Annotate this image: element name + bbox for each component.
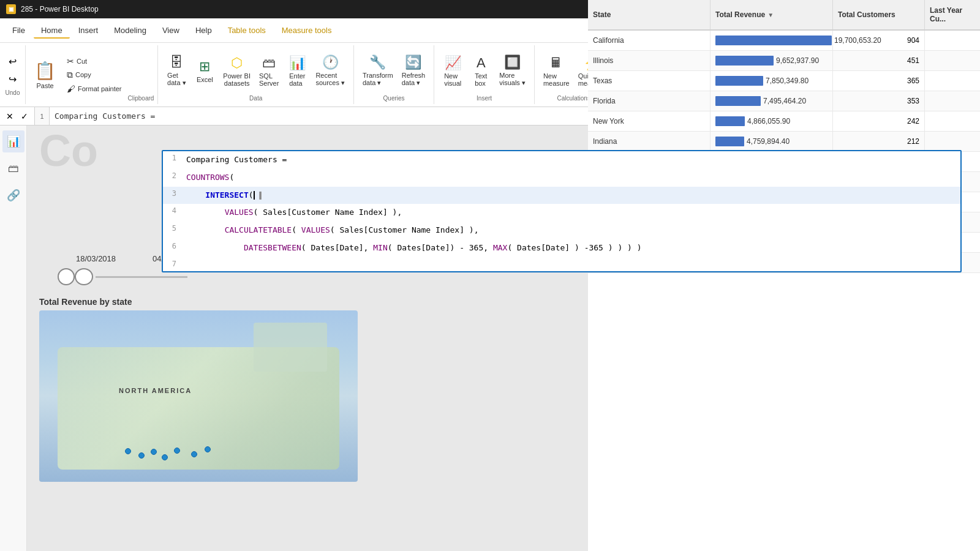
content-area: Co 1 Comparing Customers = 2 COUNTROWS( … [27, 126, 980, 551]
formula-controls: ✕ ✓ [0, 107, 35, 125]
new-visual-button[interactable]: 📈 Newvisual [439, 53, 466, 89]
app-icon: ▣ [6, 4, 16, 14]
line-num-3: 3 [163, 188, 181, 200]
td-state: Indiana [588, 132, 710, 151]
revenue-bar [715, 137, 744, 146]
excel-label: Excel [197, 76, 213, 83]
recent-sources-button[interactable]: 🕐 Recentsources ▾ [312, 52, 349, 89]
line-num-4: 4 [163, 205, 181, 217]
data-group-content: 🗄 Getdata ▾ ⊞ Excel ⬡ Power BIdatasets 🗃… [163, 48, 349, 94]
sidebar-report-icon[interactable]: 📊 [2, 130, 24, 152]
map-container[interactable]: NORTH AMERICA [39, 310, 358, 482]
sql-server-icon: 🗃 [262, 55, 276, 71]
copy-icon: ⧉ [67, 70, 73, 80]
code-content-5: CALCULATETABLE( VALUES( Sales[Customer N… [181, 223, 960, 238]
enter-data-icon: 📊 [289, 55, 306, 71]
text-box-button[interactable]: A Textbox [467, 53, 494, 89]
menu-home[interactable]: Home [34, 22, 70, 39]
cut-button[interactable]: ✂ Cut [63, 55, 126, 67]
menu-view[interactable]: View [155, 22, 187, 39]
data-group: 🗄 Getdata ▾ ⊞ Excel ⬡ Power BIdatasets 🗃… [158, 45, 354, 104]
calculations-group-label: Calculations [557, 95, 590, 102]
code-line-5: 5 CALCULATETABLE( VALUES( Sales[Customer… [163, 222, 960, 239]
insert-group-label: Insert [477, 95, 492, 102]
map-dot-1 [125, 448, 131, 454]
more-visuals-icon: 🔲 [504, 54, 521, 70]
map-dot-5 [174, 448, 180, 454]
new-measure-button[interactable]: 🖩 Newmeasure [540, 53, 573, 89]
format-painter-button[interactable]: 🖌 Format painter [63, 83, 126, 95]
map-dot-4 [162, 454, 168, 460]
menu-measure-tools[interactable]: Measure tools [274, 22, 339, 39]
refresh-data-button[interactable]: 🔄 Refreshdata ▾ [398, 52, 429, 89]
formula-close-button[interactable]: ✕ [4, 110, 16, 122]
queries-group: 🔧 Transformdata ▾ 🔄 Refreshdata ▾ Querie… [354, 45, 434, 104]
formula-text-content: Comparing Customers = [55, 111, 155, 121]
formula-confirm-button[interactable]: ✓ [18, 110, 31, 122]
powerbi-datasets-label: Power BIdatasets [223, 72, 251, 87]
recent-sources-label: Recentsources ▾ [315, 72, 345, 87]
queries-group-label: Queries [383, 95, 405, 102]
undo-button[interactable]: ↩ [5, 54, 20, 69]
sidebar-model-icon[interactable]: 🔗 [2, 184, 24, 206]
code-content-3: INTERSECT( ▌ [181, 188, 960, 203]
main-container: 📊 🗃 🔗 Co 1 Comparing Customers = 2 COUNT… [0, 126, 980, 551]
powerbi-datasets-icon: ⬡ [231, 55, 243, 71]
format-painter-label: Format painter [78, 85, 122, 92]
menu-modeling[interactable]: Modeling [107, 22, 154, 39]
map-dot-2 [138, 452, 145, 459]
more-visuals-button[interactable]: 🔲 Morevisuals ▾ [496, 52, 529, 89]
insert-group: 📈 Newvisual A Textbox 🔲 Morevisuals ▾ In… [434, 45, 535, 104]
menu-insert[interactable]: Insert [71, 22, 106, 39]
format-painter-icon: 🖌 [67, 84, 75, 94]
transform-data-icon: 🔧 [369, 54, 386, 70]
line-num-7: 7 [163, 258, 181, 270]
transform-data-button[interactable]: 🔧 Transformdata ▾ [359, 52, 397, 89]
menu-table-tools[interactable]: Table tools [221, 22, 273, 39]
sql-server-label: SQLServer [259, 72, 279, 87]
slider-handle-right[interactable] [75, 268, 93, 285]
table-row[interactable]: New York 4,866,055.90 242 [588, 126, 980, 132]
redo-button[interactable]: ↪ [5, 72, 20, 87]
map-title: Total Revenue by state [33, 297, 364, 307]
revenue-bar [715, 126, 745, 126]
data-group-label: Data [249, 95, 262, 102]
map-dot-6 [191, 451, 197, 457]
queries-group-content: 🔧 Transformdata ▾ 🔄 Refreshdata ▾ [359, 48, 429, 94]
get-data-icon: 🗄 [170, 54, 183, 70]
enter-data-button[interactable]: 📊 Enterdata [284, 53, 311, 89]
td-customers: 212 [833, 132, 925, 151]
paste-icon: 📋 [34, 61, 56, 81]
undo-label: Undo [5, 89, 20, 96]
insert-group-content: 📈 Newvisual A Textbox 🔲 Morevisuals ▾ [439, 48, 529, 94]
get-data-button[interactable]: 🗄 Getdata ▾ [163, 52, 190, 89]
powerbi-datasets-button[interactable]: ⬡ Power BIdatasets [219, 53, 254, 89]
table-row[interactable]: Indiana 4,759,894.40 212 [588, 132, 980, 152]
td-lastyear [925, 132, 980, 151]
slider-handle-left[interactable] [58, 268, 75, 285]
copy-button[interactable]: ⧉ Copy [63, 69, 126, 81]
td-revenue: 4,759,894.40 [710, 132, 833, 151]
menu-file[interactable]: File [5, 22, 32, 39]
paste-label: Paste [36, 82, 53, 89]
line-num-5: 5 [163, 223, 181, 234]
app-title: 285 - Power BI Desktop [21, 5, 99, 13]
cut-icon: ✂ [67, 56, 74, 66]
code-line-2: 2 COUNTROWS( [163, 169, 960, 187]
copy-label: Copy [75, 71, 91, 78]
sql-server-button[interactable]: 🗃 SQLServer [255, 53, 282, 89]
code-line-6: 6 DATESBETWEEN( Dates[Date], MIN( Dates[… [163, 239, 960, 257]
excel-button[interactable]: ⊞ Excel [191, 56, 218, 86]
new-measure-label: Newmeasure [543, 72, 570, 87]
sidebar-data-icon[interactable]: 🗃 [2, 157, 24, 179]
line-num-2: 2 [163, 170, 181, 182]
new-visual-label: Newvisual [444, 72, 461, 87]
code-content-2: COUNTROWS( [181, 170, 960, 186]
paste-button[interactable]: 📋 Paste [29, 48, 61, 102]
code-line-1: 1 Comparing Customers = [163, 151, 960, 169]
map-north-america-label: NORTH AMERICA [119, 387, 192, 394]
menu-help[interactable]: Help [188, 22, 219, 39]
code-editor[interactable]: 1 Comparing Customers = 2 COUNTROWS( 3 I… [162, 150, 962, 272]
excel-icon: ⊞ [199, 59, 210, 75]
undo-group: ↩ ↪ Undo [0, 45, 26, 104]
